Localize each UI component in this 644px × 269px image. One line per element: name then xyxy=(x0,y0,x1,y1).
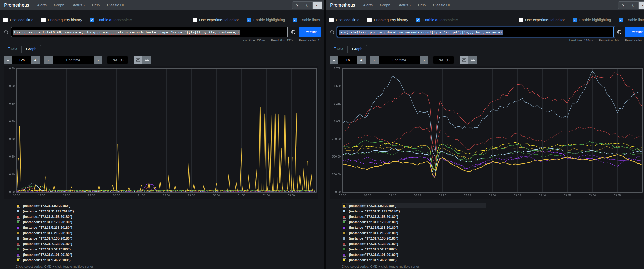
tab-table[interactable]: Table xyxy=(329,44,347,53)
setting-enable-query-history[interactable]: Enable query history xyxy=(367,18,408,22)
range-input[interactable] xyxy=(338,56,357,64)
query-input[interactable]: sum(rate(tikv_grpc_msg_duration_seconds_… xyxy=(337,27,614,37)
nav-link-alerts[interactable]: Alerts xyxy=(37,3,47,7)
nav-link-label: Classic UI xyxy=(433,3,450,7)
stacked-chart-toggle[interactable] xyxy=(142,56,151,64)
theme-light-button[interactable]: ☀ xyxy=(618,1,628,9)
metrics-explorer-button[interactable] xyxy=(614,27,625,37)
graph-canvas[interactable] xyxy=(4,66,318,199)
legend-item[interactable]: {instance="172.31.7.135:20180"} xyxy=(16,236,160,241)
setting-label: Enable autocomplete xyxy=(97,18,132,22)
theme-light-button[interactable]: ☀ xyxy=(292,1,302,9)
series-label: {instance="172.31.7.52:20180"} xyxy=(23,248,71,251)
legend-item[interactable]: {instance="172.31.3.153:20180"} xyxy=(342,214,486,219)
series-color-swatch xyxy=(17,210,20,213)
brand-prometheus[interactable]: Prometheus xyxy=(4,3,29,8)
moon-icon: ☾ xyxy=(632,3,635,7)
nav-link-status[interactable]: Status▾ xyxy=(397,3,411,7)
nav-link-graph[interactable]: Graph xyxy=(54,3,64,7)
legend-item[interactable]: {instance="172.31.5.238:20180"} xyxy=(16,225,160,230)
legend-item[interactable]: {instance="172.31.3.170:20180"} xyxy=(16,219,160,225)
series-label: {instance="172.31.3.170:20180"} xyxy=(23,220,72,224)
legend-item[interactable]: {instance="172.31.1.92:20180"} xyxy=(16,203,160,208)
nav-link-help[interactable]: Help xyxy=(92,3,100,7)
line-chart-toggle[interactable] xyxy=(460,56,468,64)
setting-use-local-time[interactable]: Use local time xyxy=(329,18,359,22)
legend-item[interactable]: {instance="172.31.9.46:20180"} xyxy=(342,257,486,263)
search-icon xyxy=(3,27,11,37)
setting-use-experimental-editor[interactable]: Use experimental editor xyxy=(193,18,239,22)
legend-item[interactable]: {instance="172.31.3.153:20180"} xyxy=(16,214,160,219)
search-icon xyxy=(329,27,337,37)
result-series-label: Result series: 11 xyxy=(625,39,644,43)
theme-dark-button[interactable]: ☾ xyxy=(628,1,638,9)
nav-link-graph[interactable]: Graph xyxy=(380,3,390,7)
back-time-button[interactable]: ‹ xyxy=(44,56,53,64)
range-control-group: − + xyxy=(4,56,40,64)
setting-enable-highlighting[interactable]: ✓Enable highlighting xyxy=(573,18,611,22)
metrics-explorer-button[interactable] xyxy=(288,27,299,37)
increase-range-button[interactable]: + xyxy=(357,56,366,64)
line-chart-icon xyxy=(136,58,140,62)
legend-item[interactable]: {instance="172.31.7.52:20180"} xyxy=(16,246,160,252)
nav-link-classic-ui[interactable]: Classic UI xyxy=(107,3,124,7)
forward-time-button[interactable]: › xyxy=(420,56,428,64)
setting-enable-highlighting[interactable]: ✓Enable highlighting xyxy=(247,18,285,22)
range-input[interactable] xyxy=(12,56,31,64)
auto-contrast-icon: ◐ xyxy=(316,3,319,7)
graph-canvas[interactable] xyxy=(330,66,644,199)
nav-link-classic-ui[interactable]: Classic UI xyxy=(433,3,450,7)
decrease-range-button[interactable]: − xyxy=(330,56,338,64)
execute-button[interactable]: Execute xyxy=(625,27,644,37)
back-time-button[interactable]: ‹ xyxy=(370,56,379,64)
setting-label: Use local time xyxy=(336,18,359,22)
globe-icon xyxy=(617,30,622,34)
legend-item[interactable]: {instance="172.31.7.138:20180"} xyxy=(342,241,486,246)
legend-item[interactable]: {instance="172.31.6.215:20180"} xyxy=(342,230,486,236)
tab-graph[interactable]: Graph xyxy=(21,45,41,53)
legend-item[interactable]: {instance="172.31.8.191:20180"} xyxy=(342,252,486,257)
decrease-range-button[interactable]: − xyxy=(4,56,12,64)
legend-item[interactable]: {instance="172.31.7.138:20180"} xyxy=(16,241,160,246)
theme-auto-button[interactable]: ◐ xyxy=(312,1,322,9)
end-time-input[interactable] xyxy=(53,56,94,64)
nav-link-label: Graph xyxy=(380,3,390,7)
resolution-input[interactable] xyxy=(433,56,454,64)
theme-dark-button[interactable]: ☾ xyxy=(302,1,312,9)
increase-range-button[interactable]: + xyxy=(31,56,40,64)
forward-time-button[interactable]: › xyxy=(94,56,102,64)
legend-item[interactable]: {instance="172.31.1.92:20180"} xyxy=(342,203,486,208)
setting-use-experimental-editor[interactable]: Use experimental editor xyxy=(519,18,565,22)
legend-item[interactable]: {instance="172.31.7.52:20180"} xyxy=(342,246,486,252)
legend-item[interactable]: {instance="172.31.11.121:20180"} xyxy=(16,208,160,214)
theme-auto-button[interactable]: ◐ xyxy=(638,1,644,9)
brand-prometheus[interactable]: Prometheus xyxy=(330,3,355,8)
legend-item[interactable]: {instance="172.31.7.135:20180"} xyxy=(342,236,486,241)
query-input[interactable]: histogram_quantile(0.99, sum(rate(tikv_g… xyxy=(11,27,288,37)
stacked-chart-toggle[interactable] xyxy=(468,56,477,64)
setting-enable-autocomplete[interactable]: ✓Enable autocomplete xyxy=(90,18,132,22)
legend-item[interactable]: {instance="172.31.6.215:20180"} xyxy=(16,230,160,236)
setting-enable-query-history[interactable]: Enable query history xyxy=(41,18,82,22)
tab-graph[interactable]: Graph xyxy=(347,45,367,53)
series-label: {instance="172.31.8.191:20180"} xyxy=(349,253,398,257)
execute-button[interactable]: Execute xyxy=(299,27,321,37)
nav-link-help[interactable]: Help xyxy=(418,3,426,7)
end-time-input[interactable] xyxy=(379,56,420,64)
setting-enable-linter[interactable]: ✓Enable linter xyxy=(293,18,320,22)
resolution-input[interactable] xyxy=(107,56,128,64)
nav-link-status[interactable]: Status▾ xyxy=(71,3,85,7)
legend-item[interactable]: {instance="172.31.9.46:20180"} xyxy=(16,257,160,263)
legend-item[interactable]: {instance="172.31.5.238:20180"} xyxy=(342,225,486,230)
legend-item[interactable]: {instance="172.31.3.170:20180"} xyxy=(342,219,486,225)
setting-enable-linter[interactable]: ✓Enable linter xyxy=(619,18,644,22)
legend-item[interactable]: {instance="172.31.11.121:20180"} xyxy=(342,208,486,214)
tab-table[interactable]: Table xyxy=(3,44,21,53)
nav-link-alerts[interactable]: Alerts xyxy=(363,3,373,7)
checkbox-checked-icon: ✓ xyxy=(293,18,297,22)
nav-link-label: Help xyxy=(92,3,100,7)
setting-enable-autocomplete[interactable]: ✓Enable autocomplete xyxy=(416,18,458,22)
line-chart-toggle[interactable] xyxy=(134,56,142,64)
legend-item[interactable]: {instance="172.31.8.191:20180"} xyxy=(16,252,160,257)
setting-use-local-time[interactable]: Use local time xyxy=(3,18,33,22)
